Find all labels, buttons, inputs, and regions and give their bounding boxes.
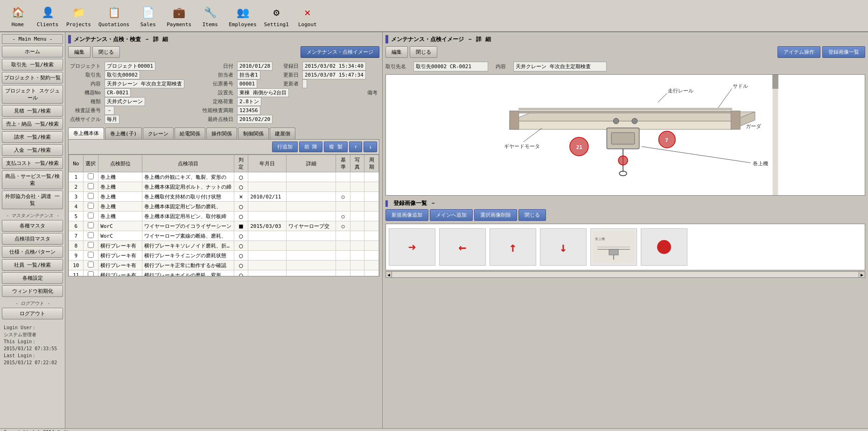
gallery-thumb-3[interactable]: ↑ <box>490 228 536 266</box>
table-row[interactable]: 11 横行ブレーキ有 横行ブレーキホイルの磨耗、変形 ○ <box>69 270 379 276</box>
cell-checkbox[interactable] <box>83 192 98 202</box>
copy-button[interactable]: 複 製 <box>324 141 348 152</box>
cell-no: 11 <box>69 270 84 276</box>
cell-checkbox[interactable] <box>83 241 98 251</box>
maintenance-image-button[interactable]: メンテナンス・点検イメージ <box>301 46 379 58</box>
tab-control[interactable]: 制御関係 <box>238 127 269 139</box>
tab-hoist-child[interactable]: 巻上機(子) <box>105 127 142 139</box>
nav-items[interactable]: 🔧 Items <box>196 2 224 29</box>
table-row[interactable]: 9 横行ブレーキ有 横行ブレーキライニングの磨耗状態 ○ <box>69 251 379 261</box>
cell-checkbox[interactable] <box>83 182 98 192</box>
cell-checkbox[interactable] <box>83 261 98 270</box>
item-op-button[interactable]: アイテム操作 <box>777 46 820 58</box>
sidebar-item-invoice-list[interactable]: 請求 一覧/検索 <box>2 131 63 143</box>
expiry-label: 性能検査満期 <box>201 106 235 115</box>
nav-setting1[interactable]: ⚙ Setting1 <box>261 2 292 29</box>
cell-part: 巻上機 <box>98 172 142 182</box>
table-row[interactable]: 3 巻上機 巻上機取付支持材の取り付け状態 × 2010/02/11 ○ <box>69 192 379 202</box>
sidebar-item-clients-list[interactable]: 取引先 一覧/検索 <box>2 59 63 71</box>
images-button[interactable]: 登録画像一覧 <box>822 46 865 58</box>
gallery-section-bar <box>385 200 388 207</box>
tab-crane[interactable]: クレーン <box>143 127 174 139</box>
table-row[interactable]: 2 巻上機 巻上機本体固定用ボルト、ナットの締 ○ <box>69 182 379 192</box>
tab-hoist-main[interactable]: 巻上機本体 <box>68 127 104 139</box>
nav-employees[interactable]: 👥 Employees <box>226 2 259 29</box>
cell-standard: ○ <box>336 221 350 231</box>
add-row-button[interactable]: 行追加 <box>272 141 298 152</box>
table-row[interactable]: 10 横行ブレーキ有 横行ブレーキ正常に動作するか確認 ○ <box>69 261 379 270</box>
sidebar-item-sales-list[interactable]: 売上・納品 一覧/検索 <box>2 118 63 130</box>
nav-projects[interactable]: 📁 Projects <box>63 2 94 29</box>
table-row[interactable]: 1 巻上機 巻上機の外観にキズ、亀裂、変形の ○ <box>69 172 379 182</box>
cell-checkbox[interactable] <box>83 231 98 241</box>
gallery-close-button[interactable]: 閉じる <box>518 209 546 221</box>
nav-quotations[interactable]: 📋 Quotations <box>96 2 132 29</box>
nav-logout[interactable]: ✕ Logout <box>294 2 322 29</box>
prev-button[interactable]: 前 降 <box>299 141 323 152</box>
nav-home[interactable]: 🏠 Home <box>4 2 32 29</box>
sidebar-item-quotes-list[interactable]: 見積 一覧/検索 <box>2 105 63 117</box>
right-edit-button[interactable]: 編集 <box>385 46 408 58</box>
gallery-thumb-1[interactable]: ➜ <box>389 228 435 266</box>
close-button[interactable]: 閉じる <box>92 46 120 58</box>
sidebar-item-inspection-master[interactable]: 点検項目マスタ <box>2 233 63 245</box>
cell-checkbox[interactable] <box>83 202 98 212</box>
nav-payments[interactable]: 💼 Payments <box>164 2 194 29</box>
tab-building[interactable]: 建屋側 <box>270 127 295 139</box>
project-label: プロジェクト <box>68 62 103 71</box>
right-section-title: メンテナンス・点検イメージ － 詳 細 <box>391 35 491 43</box>
gallery-scrollbar: ◀ ▶ <box>385 271 865 278</box>
up-button[interactable]: ↑ <box>349 141 363 152</box>
gallery-thumb-2[interactable]: ← <box>439 228 486 266</box>
sidebar-item-projects-list[interactable]: プロジェクト・契約一覧 <box>2 72 63 84</box>
cell-checkbox[interactable] <box>83 212 98 221</box>
rail-label: 走行レール <box>668 88 693 94</box>
delete-image-button[interactable]: 選択画像削除 <box>474 209 517 221</box>
sidebar-item-products-list[interactable]: 商品・サービス一覧/検索 <box>2 170 63 189</box>
cell-checkbox[interactable] <box>83 172 98 182</box>
sidebar-item-payment-list[interactable]: 入金 一覧/検索 <box>2 144 63 156</box>
sidebar-item-cost-list[interactable]: 支払コスト 一覧/検索 <box>2 157 63 169</box>
add-main-button[interactable]: メインへ追加 <box>430 209 473 221</box>
sidebar-item-logout[interactable]: ログアウト <box>2 308 63 319</box>
gallery-thumb-6[interactable] <box>641 228 687 266</box>
down-button[interactable]: ↓ <box>364 141 377 152</box>
sidebar-item-project-schedule[interactable]: プロジェクト スケジュール <box>2 85 63 104</box>
edit-button[interactable]: 編集 <box>68 46 91 58</box>
sidebar-item-inspection-pattern[interactable]: 仕様・点検パターン <box>2 246 63 258</box>
add-image-button[interactable]: 新規画像追加 <box>385 209 428 221</box>
cell-standard <box>336 172 350 182</box>
cell-no: 6 <box>69 221 84 231</box>
table-row[interactable]: 7 WorC ワイヤーロープ素線の断絡、磨耗、 ○ <box>69 231 379 241</box>
table-row[interactable]: 5 巻上機 巻上機本体固定用吊ピン、取付板締 ○ ○ <box>69 212 379 221</box>
cell-checkbox[interactable] <box>83 221 98 231</box>
tab-power[interactable]: 給電関係 <box>175 127 205 139</box>
scroll-left-btn[interactable]: ◀ <box>385 271 392 278</box>
right-close-button[interactable]: 閉じる <box>410 46 437 58</box>
sidebar-item-home[interactable]: ホーム <box>2 46 63 57</box>
nav-clients[interactable]: 👤 Clients <box>34 2 62 29</box>
cell-checkbox[interactable] <box>83 270 98 276</box>
cell-cycle <box>364 192 379 202</box>
sidebar-item-masters[interactable]: 各種マスタ <box>2 220 63 232</box>
cell-judge: × <box>234 192 248 202</box>
sidebar-item-employee-list[interactable]: 社員 一覧/検索 <box>2 259 63 271</box>
sidebar-item-vendors-list[interactable]: 外部協力会社・調達 一覧 <box>2 191 63 209</box>
svg-rect-28 <box>609 249 618 255</box>
gallery-thumb-5[interactable]: 巻上機 <box>590 228 637 266</box>
gallery-toolbar: 新規画像追加 メインへ追加 選択画像削除 閉じる <box>385 209 865 221</box>
table-row[interactable]: 8 横行ブレーキ有 横行ブレーキキソレノイド磨耗、折絡、 ○ <box>69 241 379 251</box>
scroll-right-btn[interactable]: ▶ <box>859 271 865 278</box>
svg-point-16 <box>618 156 628 165</box>
gallery-thumb-4[interactable]: ↓ <box>540 228 587 266</box>
sidebar-item-settings[interactable]: 各種設定 <box>2 272 63 284</box>
nav-sales[interactable]: 📄 Sales <box>134 2 162 29</box>
quotations-icon: 📋 <box>105 4 122 21</box>
cell-date <box>248 251 287 261</box>
cell-checkbox[interactable] <box>83 251 98 261</box>
sidebar-item-window-init[interactable]: ウィンドウ初期化 <box>2 285 63 297</box>
table-row[interactable]: 6 WorC ワイヤーロープのイコライザーシーン ■ 2015/03/03 ワイ… <box>69 221 379 231</box>
table-row[interactable]: 4 巻上機 巻上機本体固定用ピン類の磨耗、 ○ <box>69 202 379 212</box>
tab-operation[interactable]: 操作関係 <box>206 127 237 139</box>
cell-judge: ○ <box>234 212 248 221</box>
